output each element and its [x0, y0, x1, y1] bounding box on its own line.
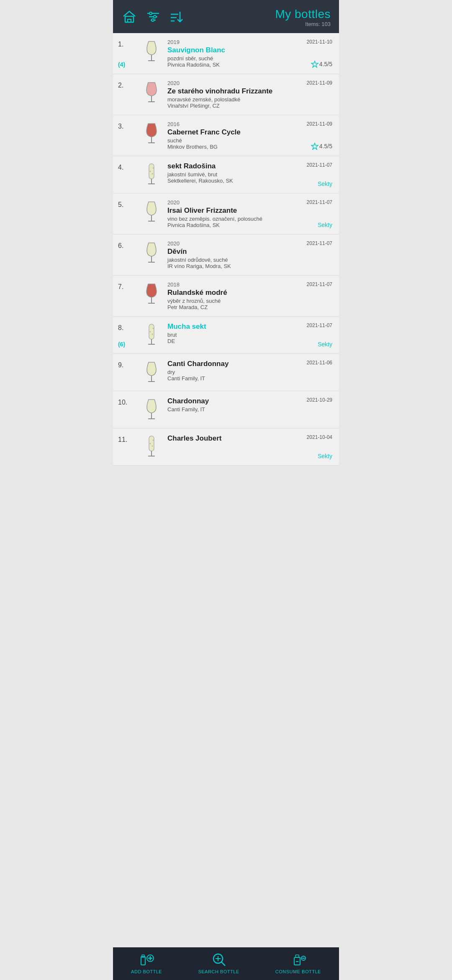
- svg-point-6: [154, 15, 156, 18]
- item-right: 2021-11-07 Sekty: [295, 162, 332, 187]
- item-number: 7.: [118, 281, 139, 291]
- page-title: My bottles: [275, 8, 331, 21]
- list-item[interactable]: 9. Canti Chardonnay dry Canti Family, IT…: [113, 354, 339, 391]
- svg-point-23: [153, 168, 154, 169]
- item-content: 2018 Rulandské modré výběr z hroznů, suc…: [164, 281, 295, 310]
- item-name: Chardonnay: [167, 397, 295, 405]
- item-name: Cabernet Franc Cycle: [167, 128, 295, 137]
- home-icon[interactable]: [121, 9, 137, 26]
- list-item[interactable]: 8. (6) Mucha sekt brut DE 2021-11-07 Sek…: [113, 317, 339, 354]
- item-content: Charles Joubert: [164, 434, 295, 444]
- item-badge: (4): [118, 61, 139, 68]
- wine-glass-icon: [139, 121, 164, 146]
- list-item[interactable]: 4. sekt Radošina jakostní šumivé, brut S…: [113, 156, 339, 193]
- item-name: Irsai Oliver Frizzante: [167, 206, 295, 215]
- item-producer: Canti Family, IT: [167, 375, 295, 382]
- item-tag: Sekty: [318, 181, 332, 187]
- item-tag: Sekty: [318, 453, 332, 459]
- item-year: 2020: [167, 240, 295, 247]
- filter-icon[interactable]: [146, 9, 161, 26]
- item-producer: Canti Family, IT: [167, 406, 295, 413]
- item-number: 1.: [118, 39, 139, 48]
- item-name: Sauvignon Blanc: [167, 46, 295, 54]
- list-item[interactable]: 3. 2016 Cabernet Franc Cycle suché Minko…: [113, 115, 339, 156]
- item-detail: vino bez zeměpis. označení, polosuché: [167, 216, 295, 222]
- item-date: 2021-11-06: [307, 360, 332, 366]
- svg-point-25: [152, 173, 153, 175]
- item-right: 2021-11-07 Sekty: [295, 322, 332, 348]
- item-year: 2020: [167, 199, 295, 206]
- item-detail: brut: [167, 332, 295, 338]
- item-name: Mucha sekt: [167, 322, 295, 331]
- item-number: 10.: [118, 397, 139, 406]
- svg-marker-14: [311, 61, 318, 67]
- list-item[interactable]: 10. Chardonnay Canti Family, IT 2021-10-…: [113, 391, 339, 428]
- svg-point-7: [152, 19, 154, 21]
- item-number: 8.: [118, 322, 139, 332]
- items-count: Items: 103: [275, 21, 331, 27]
- item-producer: Sektkellerei, Rakousko, SK: [167, 178, 295, 184]
- item-right: 2021-11-07 Sekty: [295, 199, 332, 228]
- item-detail: jakostní odrůdové, suché: [167, 257, 295, 263]
- item-name: Děvín: [167, 248, 295, 256]
- item-name: sekt Radošina: [167, 162, 295, 170]
- item-producer: DE: [167, 338, 295, 344]
- item-content: sekt Radošina jakostní šumivé, brut Sekt…: [164, 162, 295, 184]
- item-producer: Minkov Brothers, BG: [167, 144, 295, 150]
- item-right: 2021-11-07: [295, 281, 332, 310]
- header-icon-group: [121, 9, 184, 26]
- item-right: 2021-11-09 4.5/5: [295, 121, 332, 150]
- svg-point-5: [149, 12, 152, 15]
- bottles-list: 1. (4) 2019 Sauvignon Blanc pozdní sběr,…: [113, 33, 339, 499]
- svg-point-37: [152, 334, 153, 335]
- item-number: 6.: [118, 240, 139, 250]
- item-right: 2021-11-09: [295, 80, 332, 109]
- svg-point-45: [153, 440, 154, 441]
- list-item[interactable]: 11. Charles Joubert 2021-10-04 Sekty: [113, 428, 339, 466]
- header-title-area: My bottles Items: 103: [275, 8, 331, 27]
- item-number: 2.: [118, 80, 139, 89]
- svg-point-36: [150, 331, 151, 333]
- item-date: 2021-11-07: [307, 240, 332, 246]
- item-date: 2021-11-09: [307, 121, 332, 127]
- item-date: 2021-11-07: [307, 281, 332, 287]
- list-item[interactable]: 5. 2020 Irsai Oliver Frizzante vino bez …: [113, 193, 339, 235]
- item-number: 5.: [118, 199, 139, 209]
- wine-glass-icon: [139, 199, 164, 224]
- item-rating: 4.5/5: [311, 142, 332, 150]
- wine-glass-icon: [139, 281, 164, 307]
- item-content: 2020 Děvín jakostní odrůdové, suché IR v…: [164, 240, 295, 269]
- item-right: 2021-11-10 4.5/5: [295, 39, 332, 68]
- item-content: Chardonnay Canti Family, IT: [164, 397, 295, 413]
- wine-glass-icon: [139, 322, 164, 348]
- item-content: Mucha sekt brut DE: [164, 322, 295, 344]
- item-date: 2021-11-07: [307, 322, 332, 328]
- wine-glass-icon: [139, 240, 164, 266]
- wine-glass-icon: [139, 434, 164, 459]
- item-number: 3.: [118, 121, 139, 130]
- item-name: Charles Joubert: [167, 434, 295, 443]
- wine-glass-icon: [139, 162, 164, 187]
- item-date: 2021-11-09: [307, 80, 332, 86]
- item-right: 2021-10-29: [295, 397, 332, 422]
- sort-icon[interactable]: [169, 9, 184, 26]
- item-producer: IR víno Rariga, Modra, SK: [167, 263, 295, 269]
- item-rating: 4.5/5: [311, 60, 332, 68]
- item-detail: suché: [167, 137, 295, 144]
- item-date: 2021-10-04: [307, 434, 332, 440]
- svg-marker-19: [311, 143, 318, 150]
- svg-point-46: [150, 443, 151, 444]
- list-item[interactable]: 2. 2020 Ze starého vinohradu Frizzante m…: [113, 74, 339, 115]
- item-content: Canti Chardonnay dry Canti Family, IT: [164, 360, 295, 382]
- list-item[interactable]: 7. 2018 Rulandské modré výběr z hroznů, …: [113, 276, 339, 317]
- item-detail: moravské zemské, polosladké: [167, 96, 295, 103]
- svg-point-35: [153, 328, 154, 329]
- svg-point-47: [152, 446, 153, 447]
- list-item[interactable]: 6. 2020 Děvín jakostní odrůdové, suché I…: [113, 235, 339, 276]
- app-header: My bottles Items: 103: [113, 0, 339, 33]
- wine-glass-icon: [139, 360, 164, 385]
- item-right: 2021-11-06: [295, 360, 332, 385]
- item-date: 2021-10-29: [307, 397, 332, 403]
- list-item[interactable]: 1. (4) 2019 Sauvignon Blanc pozdní sběr,…: [113, 33, 339, 74]
- item-detail: jakostní šumivé, brut: [167, 171, 295, 178]
